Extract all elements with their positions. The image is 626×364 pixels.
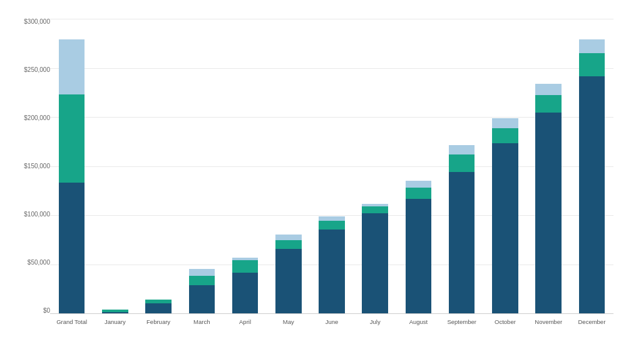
bar-segment (406, 181, 432, 188)
bar-label: July (370, 318, 381, 325)
bar-segment (492, 118, 518, 128)
bar-stack (579, 39, 605, 314)
bar-segment (406, 188, 432, 199)
bar-group: August (397, 19, 440, 314)
bar-segment (275, 240, 302, 249)
bar-label: March (193, 318, 210, 325)
y-tick: $100,000 (16, 211, 50, 218)
bar-segment (362, 206, 388, 213)
bar-segment (449, 172, 475, 314)
bar-label: September (447, 318, 476, 325)
bar-group: September (440, 19, 483, 314)
bar-segment (319, 230, 345, 314)
bar-segment (362, 213, 388, 314)
bar-stack (145, 300, 172, 314)
bar-stack (492, 118, 518, 314)
bar-segment (492, 128, 518, 144)
bar-label: April (239, 318, 251, 325)
bar-group: Grand Total (50, 19, 93, 314)
bar-label: February (146, 318, 170, 325)
bar-stack (449, 145, 475, 314)
bar-segment (275, 249, 302, 314)
bar-segment (59, 94, 85, 183)
bar-segment (189, 276, 215, 285)
bar-group: June (310, 19, 353, 314)
bar-label: May (283, 318, 294, 325)
bar-segment (319, 221, 345, 230)
bar-segment (535, 95, 562, 113)
bar-stack (59, 39, 85, 314)
bar-group: July (354, 19, 397, 314)
bar-segment (449, 145, 475, 154)
bar-segment (579, 39, 605, 53)
y-tick: $300,000 (16, 19, 50, 25)
y-tick: $250,000 (16, 67, 50, 73)
chart-container: $0$50,000$100,000$150,000$200,000$250,00… (0, 0, 626, 364)
y-tick: $150,000 (16, 163, 50, 169)
bar-label: November (535, 318, 562, 325)
bar-group: October (483, 19, 526, 314)
bar-segment (189, 285, 215, 314)
bar-segment (232, 260, 259, 273)
bar-segment (579, 53, 605, 76)
bar-label: August (409, 318, 428, 325)
bar-stack (189, 269, 215, 314)
x-axis-line (50, 313, 613, 314)
bar-segment (59, 183, 85, 314)
bar-segment (189, 269, 215, 276)
bar-stack (275, 235, 302, 314)
bar-group: December (570, 19, 613, 314)
y-tick: $200,000 (16, 115, 50, 121)
bar-label: June (326, 318, 339, 325)
bar-segment (145, 303, 172, 314)
bar-stack (319, 216, 345, 314)
bar-group: January (93, 19, 136, 314)
bar-group: March (180, 19, 223, 314)
bar-segment (275, 235, 302, 240)
bar-group: April (223, 19, 267, 314)
bar-segment (319, 216, 345, 221)
bar-segment (492, 143, 518, 314)
bar-stack (362, 204, 388, 314)
bars-wrapper: Grand TotalJanuaryFebruaryMarchAprilMayJ… (50, 19, 613, 314)
y-tick: $50,000 (16, 260, 50, 266)
bar-segment (449, 154, 475, 172)
bar-group: November (527, 19, 570, 314)
bar-group: May (267, 19, 310, 314)
bar-label: October (495, 318, 516, 325)
chart-area: $0$50,000$100,000$150,000$200,000$250,00… (50, 19, 613, 314)
bar-label: January (105, 318, 126, 325)
bar-stack (406, 181, 432, 314)
bar-label: December (578, 318, 606, 325)
bar-segment (535, 113, 562, 314)
bar-segment (535, 84, 562, 95)
bar-segment (59, 39, 85, 94)
bar-group: February (136, 19, 180, 314)
bar-label: Grand Total (56, 318, 87, 325)
bar-stack (232, 258, 259, 314)
bar-segment (232, 273, 259, 314)
bar-segment (579, 76, 605, 314)
y-tick: $0 (16, 308, 50, 314)
bar-stack (535, 84, 562, 314)
bar-segment (406, 199, 432, 314)
